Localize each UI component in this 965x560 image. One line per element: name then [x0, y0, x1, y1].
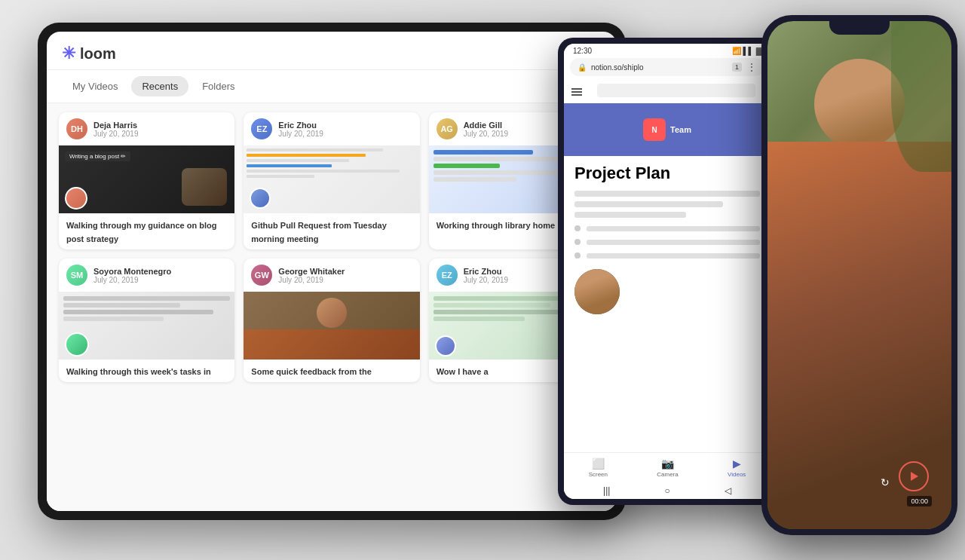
tablet-header: ✳ loom ⚙: [47, 32, 617, 70]
iphone-video-content: ↻ 00:00: [767, 21, 951, 529]
more-options-icon[interactable]: ⋮: [746, 61, 757, 73]
tablet-screen: ✳ loom ⚙ My Videos Recents Folders: [47, 32, 617, 511]
camera-icon: 📷: [661, 457, 674, 470]
android-browser-bar[interactable]: 🔒 notion.so/shiplo 1 ⋮: [570, 58, 764, 76]
tablet-device: ✳ loom ⚙ My Videos Recents Folders: [38, 23, 626, 520]
back-gesture: |||: [603, 485, 610, 496]
refresh-icon: ↻: [881, 476, 890, 488]
bullet-1: [574, 225, 760, 231]
nav-videos-label: Videos: [728, 471, 746, 478]
play-triangle-icon: [911, 472, 918, 481]
card-6-date: July 20, 2019: [464, 276, 509, 284]
card-3-date: July 20, 2019: [464, 130, 509, 138]
android-nav-camera[interactable]: 📷 Camera: [657, 457, 678, 478]
videos-icon: ▶: [733, 457, 741, 470]
card-4-author: Soyora Montenegro: [93, 267, 171, 276]
content-line-3: [574, 212, 686, 218]
bullet-line-3: [587, 253, 760, 259]
notion-search-bar[interactable]: [597, 84, 755, 97]
android-screen: 12:30 📶 ▌▌ ▓ 🔒 notion.so/shiplo 1 ⋮: [564, 44, 770, 499]
bullet-line-2: [587, 240, 760, 245]
card-6-title: Wow I have a: [437, 367, 489, 376]
avatar-ericzhou2: EZ: [437, 265, 458, 286]
card-1-thumbnail: Writing a blog post ✏: [59, 145, 234, 213]
card-1-author: Deja Harris: [93, 121, 139, 130]
nav-screen-label: Screen: [589, 471, 608, 478]
avatar-addie: AG: [437, 118, 458, 139]
tab-recents[interactable]: Recents: [131, 76, 188, 96]
nav-camera-label: Camera: [657, 471, 678, 478]
avatar-deja: DH: [66, 118, 87, 139]
iphone-screen: ↻ 00:00: [767, 21, 951, 529]
android-user-avatar: [574, 269, 620, 314]
card-2-meta: Eric Zhou July 20, 2019: [278, 121, 323, 138]
card-3-meta: Addie Gill July 20, 2019: [464, 121, 509, 138]
card-2-footer: Github Pull Request from Tuesday morning…: [244, 213, 419, 249]
card-6-author: Eric Zhou: [464, 267, 509, 276]
card-4-meta: Soyora Montenegro July 20, 2019: [93, 267, 171, 284]
loom-logo: ✳ loom: [62, 44, 116, 63]
iphone-notch: [829, 21, 890, 35]
video-card-1[interactable]: DH Deja Harris July 20, 2019 Writing a b…: [59, 112, 234, 249]
card-4-thumbnail: [59, 292, 234, 360]
android-phone-device: 12:30 📶 ▌▌ ▓ 🔒 notion.so/shiplo 1 ⋮: [558, 38, 777, 505]
card-5-footer: Some quick feedback from the: [244, 360, 419, 382]
status-icons: 📶 ▌▌ ▓: [732, 47, 761, 55]
browser-url: notion.so/shiplo: [591, 63, 728, 72]
card-2-date: July 20, 2019: [278, 130, 323, 138]
video-timer: 00:00: [907, 496, 932, 506]
home-gesture: ○: [665, 485, 670, 496]
android-nav-screen[interactable]: ⬜ Screen: [589, 457, 608, 478]
card-2-title: Github Pull Request from Tuesday morning…: [251, 221, 386, 243]
project-plan-title: Project Plan: [564, 156, 770, 188]
card-4-header: SM Soyora Montenegro July 20, 2019: [59, 259, 234, 292]
bullet-2: [574, 239, 760, 245]
avatar-soyora: SM: [66, 265, 87, 286]
card-3-title: Working through library home: [437, 221, 555, 230]
battery-icon: ▓: [756, 47, 761, 55]
play-button[interactable]: [899, 461, 929, 491]
refresh-button[interactable]: ↻: [876, 473, 894, 491]
card-3-author: Addie Gill: [464, 121, 509, 130]
android-content: N Team Project Plan: [564, 81, 770, 452]
tab-my-videos[interactable]: My Videos: [62, 76, 128, 96]
video-card-5[interactable]: GW George Whitaker July 20, 2019: [244, 259, 419, 382]
card-4-date: July 20, 2019: [93, 276, 171, 284]
video-grid: DH Deja Harris July 20, 2019 Writing a b…: [59, 112, 605, 382]
card-2-thumbnail: [244, 145, 419, 213]
card-5-meta: George Whitaker July 20, 2019: [278, 267, 345, 284]
content-line-2: [574, 201, 723, 207]
card-5-date: July 20, 2019: [278, 276, 345, 284]
avatar-george: GW: [251, 265, 272, 286]
signal-icon: ▌▌: [743, 47, 754, 55]
screen-icon: ⬜: [592, 457, 605, 470]
android-nav-bar: [564, 81, 770, 103]
notion-bullet-list: [564, 221, 770, 263]
card-1-header: DH Deja Harris July 20, 2019: [59, 112, 234, 145]
card-1-face: [65, 187, 87, 210]
video-grid-container: DH Deja Harris July 20, 2019 Writing a b…: [47, 103, 617, 511]
android-nav-videos[interactable]: ▶ Videos: [728, 457, 746, 478]
tab-bar: My Videos Recents Folders: [47, 70, 617, 103]
card-5-header: GW George Whitaker July 20, 2019: [244, 259, 419, 292]
bullet-dot-1: [574, 225, 581, 231]
video-card-2[interactable]: EZ Eric Zhou July 20, 2019: [244, 112, 419, 249]
card-5-thumbnail: [244, 292, 419, 360]
android-time: 12:30: [573, 47, 592, 55]
card-1-date: July 20, 2019: [93, 130, 139, 138]
card-6-meta: Eric Zhou July 20, 2019: [464, 267, 509, 284]
card-2-author: Eric Zhou: [278, 121, 323, 130]
tab-folders[interactable]: Folders: [191, 76, 245, 96]
content-line-1: [574, 191, 760, 197]
writing-badge: Writing a blog post ✏: [65, 151, 130, 161]
iphone-device: ↻ 00:00: [761, 15, 957, 535]
wifi-icon: 📶: [732, 47, 741, 55]
notion-content-lines: [564, 188, 770, 221]
bullet-line-1: [587, 226, 760, 231]
android-bottom-nav: ⬜ Screen 📷 Camera ▶ Videos: [564, 452, 770, 482]
card-4-title: Walking through this week's tasks in: [66, 367, 211, 376]
hamburger-icon[interactable]: [571, 88, 582, 96]
video-card-4[interactable]: SM Soyora Montenegro July 20, 2019: [59, 259, 234, 382]
card-1-title: Walking through my guidance on blog post…: [66, 221, 216, 243]
card-2-header: EZ Eric Zhou July 20, 2019: [244, 112, 419, 145]
